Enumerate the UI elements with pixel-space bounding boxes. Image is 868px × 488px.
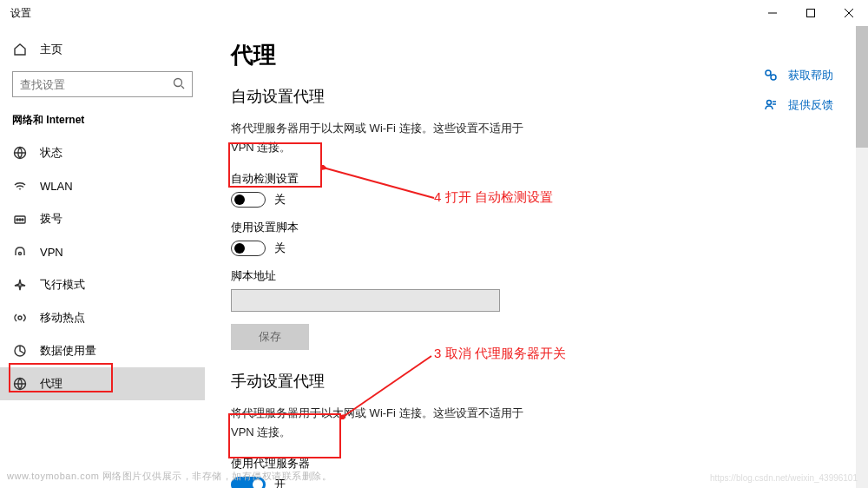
svg-point-10 (22, 219, 23, 221)
sidebar-item-wlan[interactable]: WLAN (0, 169, 205, 202)
sidebar-item-label: 状态 (40, 145, 62, 161)
data-usage-icon (12, 343, 28, 359)
get-help-link[interactable]: 获取帮助 (764, 68, 833, 83)
sidebar-item-datausage[interactable]: 数据使用量 (0, 334, 205, 367)
vpn-icon (12, 244, 28, 260)
sidebar: 主页 网络和 Internet 状态 WLAN 拨号 VPN 飞行模式 (0, 26, 205, 488)
dialup-icon (12, 211, 28, 227)
airplane-icon (12, 277, 28, 293)
close-button[interactable] (830, 0, 868, 26)
status-icon (12, 145, 28, 161)
hotspot-icon (12, 310, 28, 326)
window-title: 设置 (10, 6, 31, 21)
window-controls (753, 0, 868, 26)
sidebar-item-label: 移动热点 (40, 310, 85, 326)
manual-proxy-heading: 手动设置代理 (231, 371, 868, 392)
watermark-left: www.toymoban.com 网络图片仅供展示，非存储，如有侵权请联系删除。 (7, 470, 332, 483)
search-icon (173, 77, 185, 92)
sidebar-item-vpn[interactable]: VPN (0, 235, 205, 268)
auto-detect-label: 自动检测设置 (231, 171, 868, 187)
feedback-label: 提供反馈 (788, 97, 833, 113)
sidebar-category: 网络和 Internet (0, 113, 205, 136)
proxy-icon (12, 376, 28, 392)
home-icon (12, 42, 28, 57)
feedback-icon (764, 98, 778, 112)
search-box[interactable] (12, 71, 193, 97)
svg-point-17 (767, 101, 772, 105)
help-links: 获取帮助 提供反馈 (764, 68, 833, 113)
wifi-icon (12, 178, 28, 194)
page-title: 代理 (231, 40, 868, 70)
sidebar-item-proxy[interactable]: 代理 (0, 367, 205, 400)
sidebar-item-dialup[interactable]: 拨号 (0, 202, 205, 235)
watermark-right: https://blog.csdn.net/weixin_43996101 (710, 473, 858, 483)
titlebar: 设置 (0, 0, 868, 26)
minimize-button[interactable] (753, 0, 792, 26)
sidebar-item-label: 数据使用量 (40, 343, 96, 359)
svg-point-9 (19, 219, 21, 221)
sidebar-item-label: WLAN (40, 180, 73, 193)
auto-detect-state: 关 (274, 192, 286, 208)
search-input[interactable] (20, 78, 173, 91)
sidebar-item-status[interactable]: 状态 (0, 136, 205, 169)
sidebar-item-label: 拨号 (40, 211, 62, 227)
scrollbar-thumb[interactable] (856, 26, 868, 148)
use-script-toggle[interactable] (231, 241, 266, 256)
feedback-link[interactable]: 提供反馈 (764, 97, 833, 113)
manual-proxy-description: 将代理服务器用于以太网或 Wi-Fi 连接。这些设置不适用于 VPN 连接。 (231, 404, 526, 442)
save-button[interactable]: 保存 (231, 324, 309, 350)
sidebar-home-label: 主页 (40, 42, 62, 57)
maximize-button[interactable] (792, 0, 830, 26)
help-icon (764, 69, 778, 82)
svg-point-12 (18, 316, 22, 320)
sidebar-home[interactable]: 主页 (0, 42, 205, 71)
scrollbar[interactable] (856, 26, 868, 488)
sidebar-item-label: 代理 (40, 376, 62, 392)
sidebar-item-hotspot[interactable]: 移动热点 (0, 301, 205, 334)
svg-point-11 (19, 253, 22, 255)
use-script-state: 关 (274, 241, 286, 256)
sidebar-item-label: VPN (40, 246, 63, 259)
use-script-label: 使用设置脚本 (231, 220, 868, 235)
sidebar-item-label: 飞行模式 (40, 277, 85, 293)
svg-point-4 (174, 78, 182, 86)
auto-proxy-description: 将代理服务器用于以太网或 Wi-Fi 连接。这些设置不适用于 VPN 连接。 (231, 119, 526, 157)
svg-rect-1 (807, 10, 815, 17)
auto-detect-toggle[interactable] (231, 192, 266, 208)
script-address-label: 脚本地址 (231, 268, 868, 284)
svg-point-8 (16, 219, 18, 221)
svg-line-5 (181, 86, 184, 89)
script-address-input[interactable] (231, 289, 500, 312)
get-help-label: 获取帮助 (788, 68, 833, 83)
sidebar-item-airplane[interactable]: 飞行模式 (0, 268, 205, 301)
